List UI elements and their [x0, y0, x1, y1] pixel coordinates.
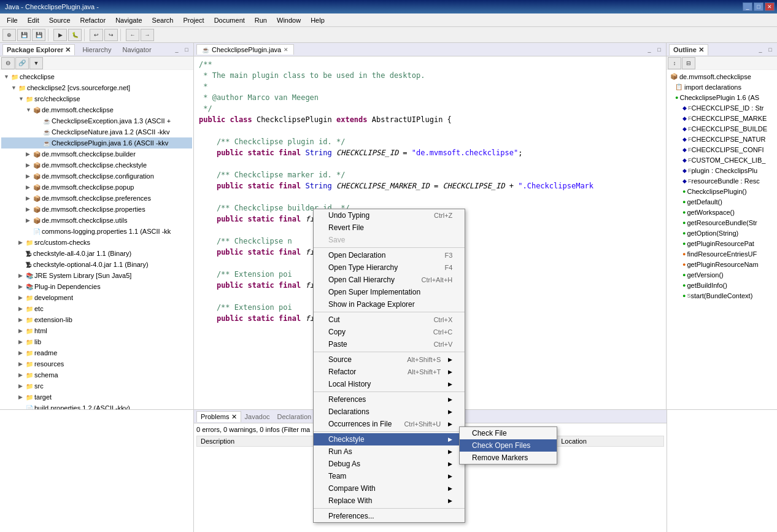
- outline-method-getversion[interactable]: ● getVersion(): [668, 269, 776, 280]
- tree-item-commons[interactable]: 📄 commons-logging.properties 1.1 (ASCII …: [1, 226, 192, 237]
- tree-item-readme[interactable]: ▶ 📁 readme: [1, 347, 192, 358]
- sub-check-file[interactable]: Check File: [460, 427, 557, 439]
- tab-outline[interactable]: Outline ✕: [669, 44, 708, 55]
- outline-method-start[interactable]: ● S start(BundleContext): [668, 290, 776, 301]
- close-button[interactable]: ✕: [765, 2, 775, 11]
- ctx-references[interactable]: References ▶: [314, 393, 465, 406]
- tree-item-schema[interactable]: ▶ 📁 schema: [1, 369, 192, 380]
- tree-item-checkclipse[interactable]: ▼ 📁 checkclipse: [1, 71, 192, 82]
- ctx-revert-file[interactable]: Revert File: [314, 222, 465, 234]
- tree-item-target[interactable]: ▶ 📁 target: [1, 391, 192, 403]
- outline-field-builder[interactable]: ◆ F CHECKCLIPSE_BUILDE: [668, 123, 776, 134]
- tree-item-resources[interactable]: ▶ 📁 resources: [1, 358, 192, 369]
- outline-package[interactable]: 📦 de.mvmsoft.checkclipse: [668, 71, 776, 82]
- tree-item-builder[interactable]: ▶ 📦 de.mvmsoft.checkclipse.builder: [1, 148, 192, 160]
- outline-method-getpluginresourcename[interactable]: ● getPluginResourceNam: [668, 259, 776, 269]
- tree-item-build-props[interactable]: 📄 build.properties 1.2 (ASCII -kkv): [1, 403, 192, 409]
- tree-item-configuration[interactable]: ▶ 📦 de.mvmsoft.checkclipse.configuration: [1, 171, 192, 182]
- tree-item-checkclipse2[interactable]: ▼ 📁 checkclipse2 [cvs.sourceforge.net]: [1, 82, 192, 93]
- tree-item-properties-pkg[interactable]: ▶ 📦 de.mvmsoft.checkclipse.properties: [1, 204, 192, 215]
- tree-item-nature[interactable]: ☕ CheckclipseNature.java 1.2 (ASCII -kkv: [1, 126, 192, 137]
- ctx-local-history[interactable]: Local History ▶: [314, 378, 465, 390]
- tree-item-checkstyle-opt-jar[interactable]: 🗜 checkstyle-optional-4.0.jar 1.1 (Binar…: [1, 259, 192, 270]
- ctx-open-type-hierarchy[interactable]: Open Type Hierarchy F4: [314, 261, 465, 274]
- link-with-editor-button[interactable]: 🔗: [15, 57, 29, 69]
- ctx-compare-with[interactable]: Compare With ▶: [314, 482, 465, 495]
- tree-item-plugin-deps[interactable]: ▶ 📚 Plug-in Dependencies: [1, 281, 192, 292]
- window-controls[interactable]: _ □ ✕: [743, 2, 775, 11]
- outline-field-plugin[interactable]: ◆ F plugin : CheckclipsPlu: [668, 165, 776, 175]
- menu-document[interactable]: Document: [210, 15, 249, 26]
- tab-hierarchy[interactable]: Hierarchy: [79, 45, 115, 55]
- back-button[interactable]: ←: [126, 29, 139, 41]
- ctx-open-super[interactable]: Open Super Implementation: [314, 286, 465, 298]
- minimize-panel-button[interactable]: _: [172, 45, 181, 54]
- outline-sort-button[interactable]: ↕: [668, 57, 681, 69]
- outline-method-getoption[interactable]: ● getOption(String): [668, 228, 776, 238]
- right-minimize-button[interactable]: _: [756, 45, 765, 54]
- ctx-show-in-package[interactable]: Show in Package Explorer: [314, 298, 465, 310]
- ctx-cut[interactable]: Cut Ctrl+X: [314, 314, 465, 326]
- ctx-preferences[interactable]: Preferences...: [314, 510, 465, 522]
- outline-method-constructor[interactable]: ● CheckclipsePlugin(): [668, 186, 776, 196]
- save-all-button[interactable]: 💾: [32, 29, 45, 41]
- outline-field-config[interactable]: ◆ F CHECKCLIPSE_CONFI: [668, 144, 776, 155]
- outline-field-marker[interactable]: ◆ F CHECKCLIPSE_MARKE: [668, 113, 776, 123]
- collapse-all-button[interactable]: ⊖: [1, 57, 15, 69]
- outline-method-getworkspace[interactable]: ● getWorkspace(): [668, 207, 776, 217]
- tree-item-lib[interactable]: ▶ 📁 lib: [1, 336, 192, 347]
- outline-field-resource[interactable]: ◆ F resourceBundle : Resc: [668, 175, 776, 186]
- save-button[interactable]: 💾: [17, 29, 31, 41]
- menu-help[interactable]: Help: [306, 15, 329, 26]
- run-button[interactable]: ▶: [53, 29, 67, 41]
- tab-problems[interactable]: Problems ✕: [196, 411, 241, 422]
- outline-field-nature[interactable]: ◆ F CHECKCLIPSE_NATUR: [668, 134, 776, 144]
- tab-javadoc[interactable]: Javadoc: [241, 412, 274, 422]
- redo-button[interactable]: ↪: [104, 29, 118, 41]
- new-button[interactable]: ⊕: [2, 29, 16, 41]
- tree-item-checkstyle-jar[interactable]: 🗜 checkstyle-all-4.0.jar 1.1 (Binary): [1, 248, 192, 259]
- outline-field-custom[interactable]: ◆ F CUSTOM_CHECK_LIB_: [668, 155, 776, 165]
- ctx-refactor[interactable]: Refactor Alt+Shift+T ▶: [314, 366, 465, 378]
- right-maximize-button[interactable]: □: [766, 45, 775, 54]
- tree-item-src[interactable]: ▼ 📁 src/checkclipse: [1, 93, 192, 104]
- ctx-open-declaration[interactable]: Open Declaration F3: [314, 249, 465, 261]
- menu-file[interactable]: File: [2, 15, 22, 26]
- minimize-button[interactable]: _: [743, 2, 752, 11]
- menu-refactor[interactable]: Refactor: [76, 15, 110, 26]
- tree-item-utils[interactable]: ▶ 📦 de.mvmsoft.checkclipse.utils: [1, 215, 192, 226]
- tree-item-etc[interactable]: ▶ 📁 etc: [1, 303, 192, 314]
- ctx-copy[interactable]: Copy Ctrl+C: [314, 326, 465, 338]
- outline-method-getresourcebundle[interactable]: ● getResourceBundle(Str: [668, 217, 776, 228]
- view-menu-button[interactable]: ▼: [29, 57, 43, 69]
- ctx-debug-as[interactable]: Debug As ▶: [314, 458, 465, 470]
- menu-edit[interactable]: Edit: [23, 15, 44, 26]
- menu-source[interactable]: Source: [45, 15, 75, 26]
- tree-item-package[interactable]: ▼ 📦 de.mvmsoft.checkclipse: [1, 104, 192, 115]
- tree-item-extension-lib[interactable]: ▶ 📁 extension-lib: [1, 314, 192, 325]
- editor-tab-plugin[interactable]: ☕ CheckclipsePlugin.java ✕: [196, 44, 294, 55]
- outline-tree[interactable]: 📦 de.mvmsoft.checkclipse 📋 import declar…: [667, 70, 777, 409]
- ctx-checkstyle[interactable]: Checkstyle ▶: [314, 433, 465, 445]
- ctx-paste[interactable]: Paste Ctrl+V: [314, 338, 465, 350]
- tree-item-development[interactable]: ▶ 📁 development: [1, 292, 192, 303]
- ctx-team[interactable]: Team ▶: [314, 470, 465, 482]
- undo-button[interactable]: ↩: [90, 29, 103, 41]
- outline-method-getdefault[interactable]: ● getDefault(): [668, 196, 776, 207]
- tree-item-custom-checks[interactable]: ▶ 📁 src/custom-checks: [1, 237, 192, 248]
- ctx-declarations[interactable]: Declarations ▶: [314, 406, 465, 418]
- outline-method-findresource[interactable]: ● findResourceEntriesUF: [668, 249, 776, 259]
- tree-item-plugin[interactable]: ☕ CheckclipsePlugin.java 1.6 (ASCII -kkv: [1, 137, 192, 148]
- outline-field-id[interactable]: ◆ F CHECKCLIPSE_ID : Str: [668, 102, 776, 113]
- editor-close-button[interactable]: ✕: [284, 47, 288, 53]
- tab-declaration[interactable]: Declaration: [274, 412, 315, 422]
- ctx-occurrences[interactable]: Occurrences in File Ctrl+Shift+U ▶: [314, 418, 465, 430]
- menu-run[interactable]: Run: [250, 15, 271, 26]
- ctx-source[interactable]: Source Alt+Shift+S ▶: [314, 353, 465, 366]
- tree-item-jre[interactable]: ▶ 📚 JRE System Library [Sun Java5]: [1, 270, 192, 281]
- ctx-replace-with[interactable]: Replace With ▶: [314, 495, 465, 507]
- outline-method-getpluginresource[interactable]: ● getPluginResourcePat: [668, 238, 776, 249]
- debug-button[interactable]: 🐛: [68, 29, 82, 41]
- editor-minimize-button[interactable]: _: [645, 45, 654, 54]
- ctx-open-call-hierarchy[interactable]: Open Call Hierarchy Ctrl+Alt+H: [314, 274, 465, 286]
